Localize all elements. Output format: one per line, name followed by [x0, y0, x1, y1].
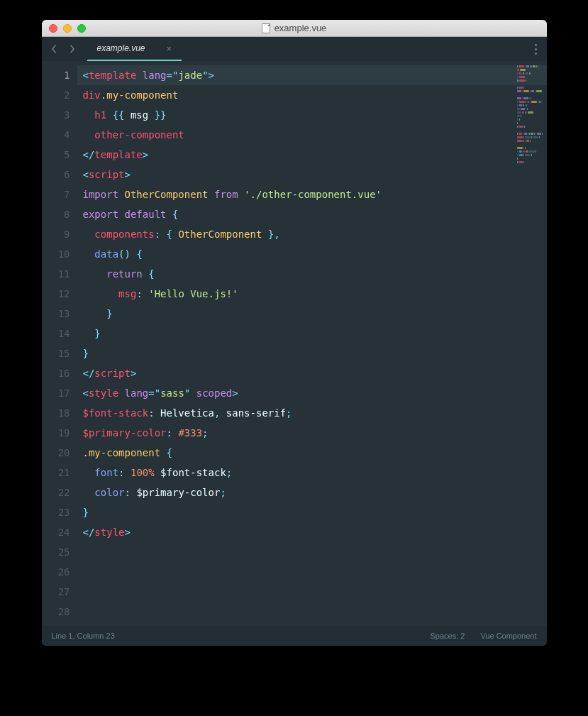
indent-setting[interactable]: Spaces: 2	[430, 632, 465, 640]
code-line[interactable]: h1 {{ msg }}	[77, 105, 547, 125]
line-number: 22	[42, 483, 70, 502]
tab-label: example.vue	[97, 43, 145, 53]
code-line[interactable]: $font-stack: Helvetica, sans-serif;	[77, 403, 547, 423]
nav-back-button[interactable]	[46, 41, 62, 57]
syntax-mode[interactable]: Vue Component	[480, 632, 536, 640]
cursor-position[interactable]: Line 1, Column 23	[52, 632, 115, 640]
chevron-right-icon	[70, 45, 75, 53]
code-line[interactable]: }	[77, 304, 547, 324]
code-line[interactable]: <script>	[77, 165, 547, 184]
traffic-lights	[42, 24, 86, 33]
close-window-button[interactable]	[49, 24, 57, 33]
nav-forward-button[interactable]	[65, 41, 80, 57]
line-number: 27	[42, 582, 70, 602]
line-number: 10	[42, 244, 70, 264]
line-number: 3	[42, 105, 70, 125]
more-menu-button[interactable]	[532, 37, 540, 61]
line-number: 19	[42, 423, 70, 443]
chevron-left-icon	[51, 45, 57, 53]
titlebar: example.vue	[42, 20, 547, 37]
code-line[interactable]: font: 100% $font-stack;	[77, 463, 547, 483]
code-line[interactable]: }	[77, 324, 547, 343]
code-area[interactable]: <template lang="jade">div.my-component h…	[77, 61, 547, 626]
line-number: 23	[42, 502, 70, 522]
line-number: 16	[42, 363, 70, 383]
code-line[interactable]: }	[77, 343, 547, 363]
line-number: 24	[42, 522, 70, 542]
line-number: 12	[42, 284, 70, 304]
gutter: 1234567891011121314151617181920212223242…	[42, 61, 77, 626]
line-number: 8	[42, 204, 70, 224]
line-number: 20	[42, 443, 70, 463]
dots-vertical-icon	[535, 44, 537, 46]
line-number: 11	[42, 264, 70, 284]
file-icon	[262, 23, 270, 33]
editor[interactable]: 1234567891011121314151617181920212223242…	[42, 61, 547, 626]
code-line[interactable]: data() {	[77, 244, 547, 264]
minimize-window-button[interactable]	[63, 24, 72, 33]
line-number: 4	[42, 125, 70, 145]
line-number: 26	[42, 562, 70, 582]
line-number: 2	[42, 85, 70, 105]
line-number: 15	[42, 343, 70, 363]
line-number: 5	[42, 145, 70, 165]
statusbar: Line 1, Column 23 Spaces: 2 Vue Componen…	[42, 626, 547, 646]
code-line[interactable]: export default {	[77, 204, 547, 224]
editor-window: example.vue example.vue × 12345678910111…	[42, 20, 547, 646]
code-line[interactable]: import OtherComponent from './other-comp…	[77, 184, 547, 204]
code-line[interactable]: msg: 'Hello Vue.js!'	[77, 284, 547, 304]
line-number: 21	[42, 463, 70, 483]
line-number: 14	[42, 324, 70, 343]
tab-active[interactable]: example.vue ×	[87, 37, 182, 61]
code-line[interactable]: <style lang="sass" scoped>	[77, 383, 547, 403]
tab-close-button[interactable]: ×	[167, 43, 172, 54]
line-number: 18	[42, 403, 70, 423]
line-number: 9	[42, 224, 70, 244]
code-line[interactable]: other-component	[77, 125, 547, 145]
code-line[interactable]: div.my-component	[77, 85, 547, 105]
code-line[interactable]: </style>	[77, 522, 547, 542]
zoom-window-button[interactable]	[77, 24, 86, 33]
code-line[interactable]: </script>	[77, 363, 547, 383]
code-line[interactable]: color: $primary-color;	[77, 483, 547, 502]
line-number: 13	[42, 304, 70, 324]
code-line[interactable]: components: { OtherComponent },	[77, 224, 547, 244]
line-number: 6	[42, 165, 70, 184]
line-number: 7	[42, 184, 70, 204]
line-number: 17	[42, 383, 70, 403]
line-number: 25	[42, 542, 70, 562]
tabbar: example.vue ×	[42, 37, 547, 61]
code-line[interactable]: }	[77, 502, 547, 522]
code-line[interactable]: .my-component {	[77, 443, 547, 463]
code-line[interactable]: <template lang="jade">	[77, 65, 547, 85]
code-line[interactable]: return {	[77, 264, 547, 284]
line-number: 1	[42, 65, 70, 85]
line-number: 28	[42, 602, 70, 622]
window-title: example.vue	[274, 23, 327, 33]
window-title-wrap: example.vue	[42, 23, 547, 33]
code-line[interactable]: $primary-color: #333;	[77, 423, 547, 443]
code-line[interactable]: </template>	[77, 145, 547, 165]
nav-arrows	[42, 37, 84, 61]
